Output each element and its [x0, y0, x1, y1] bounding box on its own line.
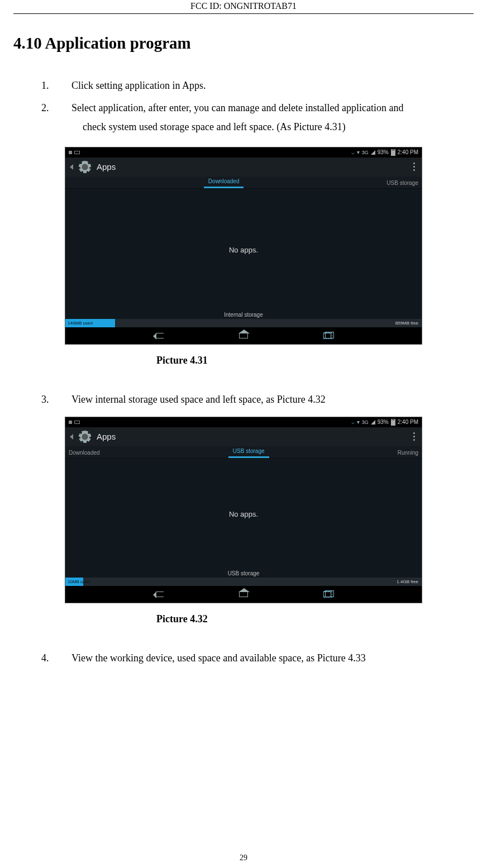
- fcc-id-text: FCC ID: ONGNITROTAB71: [190, 1, 297, 11]
- nav-back-button[interactable]: [149, 330, 171, 342]
- overflow-menu-icon[interactable]: [413, 432, 417, 441]
- page-header: FCC ID: ONGNITROTAB71: [13, 0, 474, 14]
- tab-running[interactable]: Running: [393, 447, 423, 458]
- overflow-menu-icon[interactable]: [413, 163, 417, 171]
- figure-caption: Picture 4.32: [156, 613, 474, 625]
- list-number: 2.: [41, 98, 71, 136]
- list-text-line: Select application, after enter, you can…: [71, 102, 404, 113]
- battery-icon: [391, 149, 395, 156]
- network-label: 3G: [362, 150, 369, 155]
- android-screenshot: ⌵ ▾ 3G 93% 2:40 PM Apps Downloaded: [65, 417, 422, 603]
- list-item: 4. View the working device, used space a…: [41, 648, 474, 667]
- status-bar: ⌵ ▾ 3G 93% 2:40 PM: [65, 147, 422, 158]
- page-content: 4.10 Application program 1. Click settin…: [0, 14, 487, 667]
- signal-icon: [371, 420, 375, 425]
- tab-usb-storage[interactable]: USB storage: [228, 446, 269, 458]
- status-indicator-icon: [69, 421, 72, 424]
- list-number: 4.: [41, 648, 71, 667]
- storage-used-text: 140MB used: [68, 321, 93, 326]
- list-item: 2. Select application, after enter, you …: [41, 98, 474, 136]
- settings-gear-icon: [79, 431, 91, 443]
- battery-pct: 93%: [378, 419, 389, 425]
- list-number: 1.: [41, 76, 71, 95]
- figure-4-32: ⌵ ▾ 3G 93% 2:40 PM Apps Downloaded: [65, 417, 474, 603]
- nav-screenshot-icon[interactable]: [323, 591, 332, 598]
- storage-used-fill: 10MB used: [65, 578, 83, 586]
- apps-empty-message: No apps.: [65, 459, 422, 570]
- back-chevron-icon[interactable]: [70, 434, 73, 440]
- title-bar: Apps: [65, 427, 422, 446]
- nav-home-button[interactable]: [232, 330, 255, 342]
- tab-usb-storage[interactable]: USB storage: [382, 178, 423, 188]
- navigation-bar: [65, 586, 422, 603]
- storage-used-text: 10MB used: [68, 579, 90, 584]
- signal-icon: [371, 150, 375, 155]
- storage-section-label: Internal storage: [65, 312, 422, 319]
- navigation-bar: [65, 327, 422, 344]
- list-text: View internal storage used space and lef…: [71, 390, 474, 409]
- bluetooth-icon: ⌵: [351, 149, 355, 155]
- nav-home-button[interactable]: [232, 588, 255, 600]
- storage-free-text: 859MB free: [395, 321, 418, 326]
- tab-downloaded[interactable]: Downloaded: [64, 447, 104, 458]
- figure-caption: Picture 4.31: [156, 355, 474, 366]
- wifi-icon: ▾: [357, 419, 360, 425]
- figure-4-31: ⌵ ▾ 3G 93% 2:40 PM Apps D: [65, 147, 474, 345]
- clock-time: 2:40 PM: [398, 419, 418, 425]
- storage-usage-bar: 10MB used 1.4GB free: [65, 578, 422, 586]
- battery-pct: 93%: [378, 149, 389, 155]
- android-screenshot: ⌵ ▾ 3G 93% 2:40 PM Apps D: [65, 147, 422, 345]
- status-indicator-icon: [74, 151, 80, 154]
- instruction-list: 1. Click setting application in Apps. 2.…: [13, 76, 474, 137]
- status-indicator-icon: [69, 151, 72, 154]
- screen-title: Apps: [97, 432, 116, 441]
- instruction-list: 3. View internal storage used space and …: [13, 390, 474, 409]
- screen-title: Apps: [97, 162, 116, 171]
- list-item: 3. View internal storage used space and …: [41, 390, 474, 409]
- tab-bar: Downloaded USB storage Running: [65, 446, 422, 459]
- back-chevron-icon[interactable]: [70, 164, 73, 170]
- storage-section-label: USB storage: [65, 570, 422, 578]
- battery-icon: [391, 419, 395, 426]
- list-text: Click setting application in Apps.: [71, 76, 474, 95]
- nav-back-button[interactable]: [149, 588, 171, 600]
- apps-empty-message: No apps.: [65, 189, 422, 312]
- status-bar: ⌵ ▾ 3G 93% 2:40 PM: [65, 417, 422, 427]
- page-number: 29: [0, 853, 487, 862]
- network-label: 3G: [362, 419, 369, 425]
- nav-screenshot-icon[interactable]: [323, 332, 332, 339]
- list-text-line: check system used storage space and left…: [71, 121, 346, 132]
- list-item: 1. Click setting application in Apps.: [41, 76, 474, 95]
- storage-free-text: 1.4GB free: [397, 579, 418, 584]
- clock-time: 2:40 PM: [398, 149, 418, 155]
- settings-gear-icon: [79, 161, 91, 173]
- instruction-list: 4. View the working device, used space a…: [13, 648, 474, 667]
- bluetooth-icon: ⌵: [351, 419, 355, 425]
- wifi-icon: ▾: [357, 149, 360, 155]
- tab-bar: Downloaded USB storage: [65, 177, 422, 189]
- status-indicator-icon: [74, 421, 80, 424]
- list-text: Select application, after enter, you can…: [71, 98, 474, 136]
- storage-usage-bar: 140MB used 859MB free: [65, 319, 422, 327]
- storage-used-fill: 140MB used: [65, 319, 115, 327]
- list-number: 3.: [41, 390, 71, 409]
- list-text: View the working device, used space and …: [71, 648, 474, 667]
- tab-downloaded[interactable]: Downloaded: [204, 176, 244, 188]
- section-heading: 4.10 Application program: [13, 34, 474, 53]
- title-bar: Apps: [65, 158, 422, 177]
